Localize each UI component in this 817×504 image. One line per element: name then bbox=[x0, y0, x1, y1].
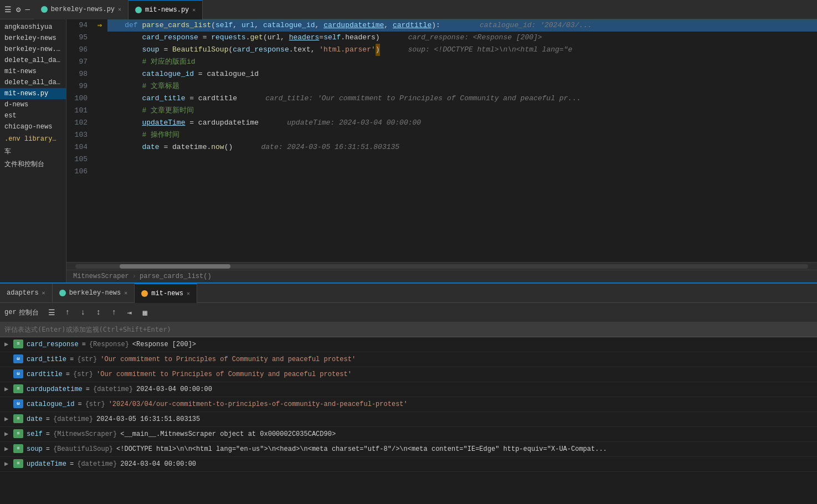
variables-panel[interactable]: ▶ ≡ card_response = {Response} <Response… bbox=[0, 337, 817, 504]
debug-btn-list[interactable]: ☰ bbox=[45, 306, 59, 319]
console-label[interactable]: 控制台 bbox=[19, 308, 39, 317]
var-type-catalogue-id: {str} bbox=[85, 399, 105, 409]
breadcrumb-sep: › bbox=[132, 272, 136, 280]
settings-icon[interactable]: ⚙ bbox=[16, 5, 20, 14]
var-row-cardupdatetime[interactable]: ▶ ≡ cardupdatetime = {datetime} 2024-03-… bbox=[0, 382, 817, 397]
var-type-cardupdatetime: {datetime} bbox=[93, 384, 133, 394]
var-eq-card-title: = bbox=[70, 354, 74, 364]
top-bar-icons[interactable]: ☰ ⚙ — bbox=[0, 5, 34, 14]
tab-mit-news[interactable]: mit-news.py ✕ bbox=[129, 0, 203, 19]
sidebar-item-d-news[interactable]: d-news bbox=[0, 99, 66, 110]
menu-icon[interactable]: ☰ bbox=[4, 5, 12, 14]
var-name-updatetime: updateTime bbox=[27, 459, 66, 469]
tab-adapters[interactable]: adapters ✕ bbox=[0, 284, 53, 303]
expand-icon-self[interactable]: ▶ bbox=[4, 429, 13, 439]
code-line-106 bbox=[107, 166, 817, 178]
code-line-94: def parse_cards_list(self, url, catalogu… bbox=[107, 19, 817, 32]
code-lines[interactable]: def parse_cards_list(self, url, catalogu… bbox=[105, 19, 817, 262]
bottom-panel: adapters ✕ berkeley-news ✕ mit-news ✕ ge… bbox=[0, 282, 817, 504]
sidebar-item-env-library[interactable]: .env library根目 bbox=[0, 132, 66, 145]
sidebar-item-delete-all-2[interactable]: delete_all_da... bbox=[0, 77, 66, 88]
var-value-catalogue-id: '2024/03/04/our-commitment-to-principles… bbox=[109, 399, 408, 409]
var-type-self: {MitnewsScraper} bbox=[53, 429, 117, 439]
expr-input[interactable] bbox=[0, 322, 817, 337]
debug-btn-tab[interactable]: ⇥ bbox=[123, 306, 136, 319]
top-bar: ☰ ⚙ — berkeley-news.py ✕ mit-news.py ✕ bbox=[0, 0, 817, 19]
var-value-self: <__main__.MitnewsScraper object at 0x000… bbox=[120, 429, 336, 439]
type-icon-catalogue-id: ω bbox=[13, 399, 23, 408]
horizontal-scrollbar[interactable] bbox=[66, 262, 817, 270]
sidebar-item-berkeley-news[interactable]: berkeley-news bbox=[0, 33, 66, 44]
var-name-catalogue-id: catalogue_id bbox=[27, 399, 74, 409]
code-line-101: # 文章更新时间 bbox=[107, 105, 817, 117]
tab-mit-close[interactable]: ✕ bbox=[187, 290, 190, 297]
type-icon-self: ≡ bbox=[13, 429, 23, 438]
sidebar-item-berkeley-new[interactable]: berkeley-new... bbox=[0, 44, 66, 55]
debug-btn-down[interactable]: ↓ bbox=[76, 306, 90, 319]
sidebar-item-delete-all-1[interactable]: delete_all_da... bbox=[0, 55, 66, 66]
expr-input-row bbox=[0, 322, 817, 337]
expand-icon-cardupdatetime[interactable]: ▶ bbox=[4, 384, 13, 394]
tab-mit-label: mit-news bbox=[151, 290, 183, 297]
tab-icon-mit-bottom bbox=[141, 290, 148, 297]
tab-berkeley-news-bottom[interactable]: berkeley-news ✕ bbox=[53, 284, 135, 303]
var-value-card-title: 'Our commitment to Principles of Communi… bbox=[100, 354, 356, 364]
var-value-cardtitle: 'Our commitment to Principles of Communi… bbox=[96, 369, 352, 379]
debug-btn-both[interactable]: ↕ bbox=[92, 306, 105, 319]
tab-berkeley-news[interactable]: berkeley-news.py ✕ bbox=[34, 0, 129, 19]
sidebar-item-mit-news-py[interactable]: mit-news.py bbox=[0, 88, 66, 99]
tab-berkeley-label: berkeley-news bbox=[69, 289, 121, 297]
type-icon-date: ≡ bbox=[13, 414, 23, 423]
var-name-self: self bbox=[27, 429, 43, 439]
code-line-97: # 对应的版面id bbox=[107, 56, 817, 68]
var-row-card-response[interactable]: ▶ ≡ card_response = {Response} <Response… bbox=[0, 337, 817, 352]
var-row-card-title[interactable]: ω card_title = {str} 'Our commitment to … bbox=[0, 352, 817, 367]
tab-berkeley-close[interactable]: ✕ bbox=[124, 290, 127, 296]
tab-icon-berkeley bbox=[41, 6, 48, 13]
var-row-self[interactable]: ▶ ≡ self = {MitnewsScraper} <__main__.Mi… bbox=[0, 427, 817, 442]
tab-close-mit[interactable]: ✕ bbox=[192, 7, 196, 13]
var-name-cardtitle: cardtitle bbox=[27, 369, 63, 379]
var-row-date[interactable]: ▶ ≡ date = {datetime} 2024-03-05 16:31:5… bbox=[0, 412, 817, 427]
debug-btn-grid[interactable]: ▦ bbox=[138, 306, 152, 319]
sidebar-item-file-console[interactable]: 文件和控制台 bbox=[0, 158, 66, 171]
var-eq-self: = bbox=[46, 429, 50, 439]
debug-btn-up2[interactable]: ↑ bbox=[107, 306, 121, 319]
debug-btn-up[interactable]: ↑ bbox=[61, 306, 74, 319]
sidebar-item-che[interactable]: 车 bbox=[0, 145, 66, 158]
sidebar-item-chicago-news[interactable]: chicago-news bbox=[0, 121, 66, 132]
tab-close-berkeley[interactable]: ✕ bbox=[118, 6, 121, 13]
var-row-cardtitle[interactable]: ω cardtitle = {str} 'Our commitment to P… bbox=[0, 367, 817, 382]
sidebar-item-mit-news[interactable]: mit-news bbox=[0, 66, 66, 77]
type-icon-card-title: ω bbox=[13, 354, 23, 363]
type-icon-cardtitle: ω bbox=[13, 369, 23, 378]
var-eq-date: = bbox=[46, 414, 50, 424]
var-type-date: {datetime} bbox=[53, 414, 93, 424]
expand-icon-card-response[interactable]: ▶ bbox=[4, 340, 13, 349]
editor-content: 949596979899100101102103104105106 ⇒ def … bbox=[66, 19, 817, 262]
sidebar-item-angkaoshiyua[interactable]: angkaoshiyua bbox=[0, 22, 66, 33]
sidebar: angkaoshiyua berkeley-news berkeley-new.… bbox=[0, 19, 66, 282]
gutter: ⇒ bbox=[94, 19, 105, 262]
expand-icon-soup[interactable]: ▶ bbox=[4, 444, 13, 454]
var-name-date: date bbox=[27, 414, 43, 424]
tab-icon-berkeley-bottom bbox=[59, 290, 66, 296]
debug-toolbar: ger 控制台 ☰ ↑ ↓ ↕ ↑ ⇥ ▦ bbox=[0, 303, 817, 322]
tab-label-mit: mit-news.py bbox=[145, 6, 189, 14]
expand-icon-date[interactable]: ▶ bbox=[4, 414, 13, 424]
var-row-soup[interactable]: ▶ ≡ soup = {BeautifulSoup} <!DOCTYPE htm… bbox=[0, 442, 817, 457]
tab-mit-news-bottom[interactable]: mit-news ✕ bbox=[135, 284, 197, 303]
sidebar-item-est[interactable]: est bbox=[0, 110, 66, 121]
type-icon-soup: ≡ bbox=[13, 444, 23, 453]
var-value-date: 2024-03-05 16:31:51.803135 bbox=[96, 414, 200, 424]
expand-icon-updatetime[interactable]: ▶ bbox=[4, 459, 13, 469]
main-layout: angkaoshiyua berkeley-news berkeley-new.… bbox=[0, 19, 817, 282]
var-eq-catalogue-id: = bbox=[78, 399, 81, 409]
var-row-catalogue-id[interactable]: ω catalogue_id = {str} '2024/03/04/our-c… bbox=[0, 397, 817, 412]
minimize-icon[interactable]: — bbox=[25, 5, 29, 14]
type-icon-updatetime: ≡ bbox=[13, 459, 23, 468]
var-row-updatetime[interactable]: ▶ ≡ updateTime = {datetime} 2024-03-04 0… bbox=[0, 457, 817, 472]
tab-adapters-close[interactable]: ✕ bbox=[42, 290, 45, 296]
breadcrumb-class: MitnewsScraper bbox=[73, 272, 129, 280]
var-value-updatetime: 2024-03-04 00:00:00 bbox=[120, 459, 196, 469]
